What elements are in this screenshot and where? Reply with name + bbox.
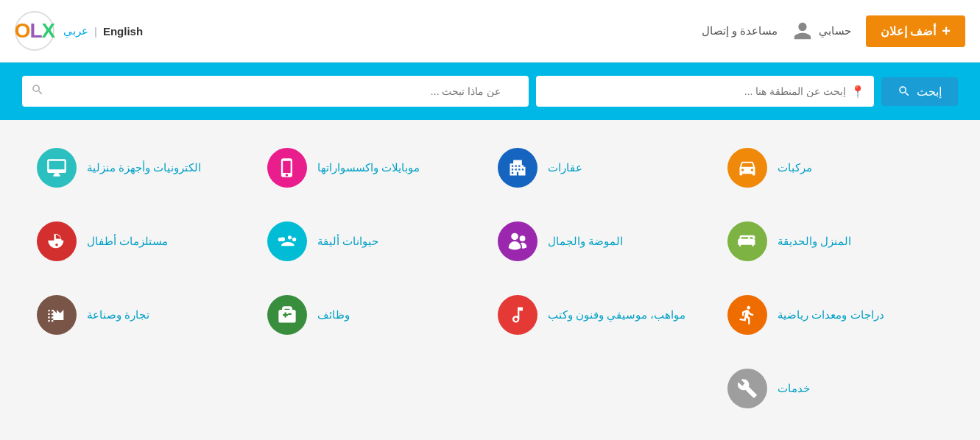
- header: + أضف إعلان حسابي مساعدة و إتصال English…: [0, 0, 980, 63]
- cat-label-home: المنزل والحديقة: [778, 235, 851, 248]
- cat-label-realestate: عقارات: [548, 161, 582, 174]
- olx-logo[interactable]: OLX: [15, 11, 54, 51]
- cat-item-pets[interactable]: حيوانات أليفة: [260, 208, 490, 274]
- cat-label-cars: مركبات: [778, 161, 812, 174]
- user-icon: [792, 21, 813, 41]
- cat-icon-mobiles: [267, 148, 307, 188]
- cat-label-kids: مستلزمات أطفال: [87, 235, 168, 248]
- cat-icon-home: [727, 221, 767, 261]
- account-link[interactable]: حسابي: [792, 21, 851, 41]
- cat-label-trade: تجارة وصناعة: [87, 308, 149, 322]
- logo-text: OLX: [15, 19, 55, 43]
- cat-icon-cars: [727, 148, 767, 188]
- query-input-wrapper: [22, 76, 529, 107]
- search-button[interactable]: إبحث: [881, 77, 958, 106]
- cat-label-services: خدمات: [778, 382, 810, 395]
- logo-x: X: [42, 19, 55, 42]
- cat-label-fashion: الموضة والجمال: [548, 235, 623, 248]
- cat-item-jobs[interactable]: وظائف: [260, 282, 490, 348]
- cat-icon-services: [727, 369, 767, 408]
- cat-icon-realestate: [498, 148, 537, 188]
- cat-icon-trade: [37, 295, 77, 335]
- cat-icon-arts: [498, 295, 537, 335]
- search-btn-icon: [898, 85, 911, 98]
- search-input[interactable]: [22, 76, 529, 107]
- categories-grid: مركباتعقاراتموبايلات واكسسواراتهاالكترون…: [29, 135, 951, 422]
- lang-separator: |: [94, 25, 97, 38]
- cat-item-fashion[interactable]: الموضة والجمال: [490, 208, 721, 274]
- add-btn-label: أضف إعلان: [881, 24, 936, 38]
- cat-item-mobiles[interactable]: موبايلات واكسسواراتها: [260, 135, 490, 201]
- cat-label-jobs: وظائف: [317, 308, 350, 322]
- help-link[interactable]: مساعدة و إتصال: [702, 24, 778, 38]
- plus-icon: +: [942, 23, 951, 40]
- cat-label-arts: مواهب، موسيقي وفنون وكتب: [548, 308, 686, 322]
- location-input-wrapper: 📍: [536, 76, 874, 107]
- logo-o: O: [15, 19, 30, 42]
- header-right: + أضف إعلان حسابي مساعدة و إتصال: [702, 15, 965, 47]
- account-label: حسابي: [819, 24, 851, 38]
- lang-arabic[interactable]: عربي: [63, 24, 88, 38]
- search-inner: إبحث 📍: [22, 76, 958, 107]
- cat-label-sports: دراجات ومعدات رياضية: [778, 308, 884, 322]
- cat-icon-sports: [727, 295, 767, 335]
- search-btn-label: إبحث: [917, 85, 942, 99]
- cat-item-home[interactable]: المنزل والحديقة: [720, 208, 951, 274]
- cat-icon-fashion: [498, 221, 537, 261]
- header-left: English | عربي OLX: [15, 11, 143, 51]
- cat-label-mobiles: موبايلات واكسسواراتها: [317, 161, 420, 174]
- cat-icon-jobs: [267, 295, 307, 335]
- cat-icon-electronics: [37, 148, 77, 188]
- cat-item-kids[interactable]: مستلزمات أطفال: [29, 208, 260, 274]
- lang-english[interactable]: English: [103, 25, 143, 38]
- location-pin-icon: 📍: [850, 85, 865, 99]
- cat-label-pets: حيوانات أليفة: [317, 235, 378, 248]
- search-magnify-icon: [31, 83, 44, 99]
- cat-item-electronics[interactable]: الكترونيات وأجهزة منزلية: [29, 135, 260, 201]
- cat-item-sports[interactable]: دراجات ومعدات رياضية: [720, 282, 951, 348]
- cat-icon-kids: [37, 221, 77, 261]
- cat-item-services[interactable]: خدمات: [720, 355, 951, 422]
- search-bar: إبحث 📍: [0, 63, 980, 120]
- cat-item-cars[interactable]: مركبات: [720, 135, 951, 201]
- add-listing-button[interactable]: + أضف إعلان: [866, 15, 965, 47]
- cat-item-trade[interactable]: تجارة وصناعة: [29, 282, 260, 348]
- location-input[interactable]: [536, 76, 874, 107]
- cat-icon-pets: [267, 221, 307, 261]
- logo-l: L: [29, 19, 41, 42]
- lang-switcher: English | عربي: [63, 24, 143, 38]
- cat-item-arts[interactable]: مواهب، موسيقي وفنون وكتب: [490, 282, 721, 348]
- cat-label-electronics: الكترونيات وأجهزة منزلية: [87, 161, 201, 174]
- cat-item-realestate[interactable]: عقارات: [490, 135, 721, 201]
- categories-section: مركباتعقاراتموبايلات واكسسواراتهاالكترون…: [0, 120, 980, 436]
